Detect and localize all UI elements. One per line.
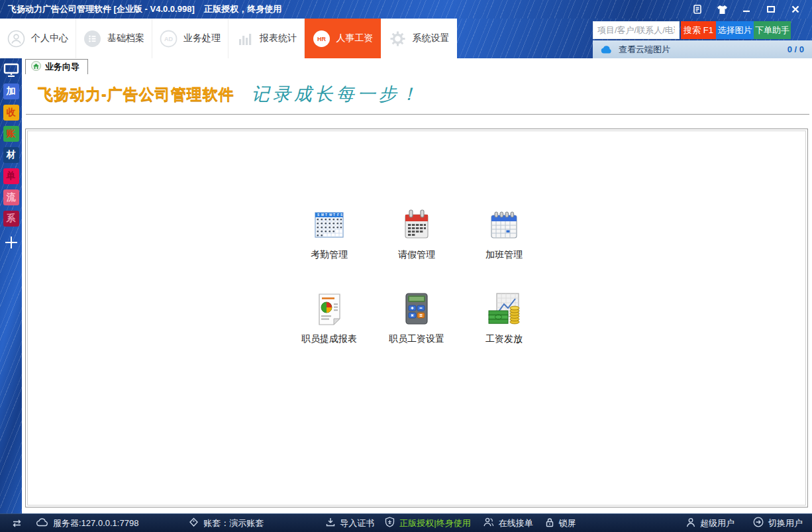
salary-payout-icon <box>487 292 521 326</box>
wizard-item-attendance[interactable]: SMTWTFS 考勤管理 <box>293 207 366 261</box>
work-area: 业务向导 飞扬动力-广告公司管理软件 记录成长每一步！ SMTWTFS <box>22 58 812 513</box>
tag-icon <box>189 517 199 529</box>
svg-text:T: T <box>333 213 335 217</box>
banner-title: 飞扬动力-广告公司管理软件 <box>38 84 234 105</box>
users-icon <box>483 517 494 529</box>
window-controls <box>690 3 812 15</box>
tab-business-processing[interactable]: AD 业务处理 <box>152 19 228 58</box>
wizard-item-label: 职员工资设置 <box>389 333 444 345</box>
order-helper-button[interactable]: 下单助手 <box>754 21 791 39</box>
svg-text:AD: AD <box>164 36 173 42</box>
wizard-item-label: 职员提成报表 <box>301 333 357 345</box>
wizard-item-overtime[interactable]: 加班管理 <box>468 207 540 261</box>
wizard-panel: SMTWTFS 考勤管理 <box>25 129 808 507</box>
tab-personal-center[interactable]: 个人中心 <box>0 19 76 58</box>
download-icon <box>326 517 335 529</box>
sidebar-item-account[interactable]: 账 <box>3 126 19 142</box>
leave-calendar-icon <box>399 207 434 242</box>
nav-tab-label: 系统设置 <box>413 32 450 44</box>
sidebar-item-add[interactable]: 加 <box>3 83 19 99</box>
cloud-icon <box>601 46 613 54</box>
bar-chart-icon <box>236 30 254 48</box>
svg-text:W: W <box>329 213 332 217</box>
nav-tab-label: 个人中心 <box>31 32 68 44</box>
statusbar: 服务器:127.0.0.1:7798 账套：演示账套 导入证书 正版授权|终身使… <box>0 513 812 532</box>
search-input[interactable] <box>593 21 680 39</box>
tab-business-wizard[interactable]: 业务向导 <box>25 59 88 74</box>
wizard-item-salary-payout[interactable]: 工资发放 <box>468 292 540 345</box>
user-icon <box>686 517 695 529</box>
license-shield-icon <box>385 517 395 529</box>
license-text: 正版授权|终身使用 <box>399 517 470 529</box>
log-icon[interactable] <box>690 3 705 15</box>
sidebar-item-material[interactable]: 材 <box>3 147 19 163</box>
wizard-grid: SMTWTFS 考勤管理 <box>26 207 807 345</box>
nav-tab-label: 人事工资 <box>336 32 374 44</box>
minimize-icon[interactable] <box>739 3 754 15</box>
commission-report-icon <box>312 292 346 326</box>
search-button[interactable]: 搜索 F1 <box>681 21 716 39</box>
sync-icon[interactable] <box>12 519 22 527</box>
svg-text:S: S <box>317 213 319 217</box>
switch-user-button[interactable]: 切换用户 <box>753 517 803 529</box>
current-user-label: 超级用户 <box>700 517 735 529</box>
view-cloud-images-bar[interactable]: 查看云端图片 0 / 0 <box>593 40 812 58</box>
nav-tab-label: 基础档案 <box>107 32 144 44</box>
doc-tab-label: 业务向导 <box>45 61 79 73</box>
monitor-icon[interactable] <box>3 63 19 78</box>
attendance-calendar-icon: SMTWTFS <box>312 207 346 242</box>
wizard-item-leave[interactable]: 请假管理 <box>380 207 453 261</box>
svg-text:M: M <box>321 213 324 217</box>
tab-hr-payroll[interactable]: HR 人事工资 <box>305 19 381 58</box>
import-cert-button[interactable]: 导入证书 <box>326 517 374 529</box>
close-icon[interactable] <box>788 3 803 15</box>
nav-tab-label: 报表统计 <box>260 32 297 44</box>
wizard-item-salary-settings[interactable]: 职员工资设置 <box>380 292 453 345</box>
maximize-icon[interactable] <box>764 3 778 15</box>
overtime-calendar-icon <box>487 207 521 242</box>
user-circle-icon <box>7 30 25 48</box>
sidebar-item-system[interactable]: 系 <box>3 211 19 227</box>
gear-icon <box>389 30 407 48</box>
home-icon <box>31 61 41 73</box>
document-tabstrip: 业务向导 <box>22 58 812 74</box>
sidebar-item-receive[interactable]: 收 <box>3 105 19 121</box>
hr-circle-icon: HR <box>313 30 330 48</box>
main-navbar: 个人中心 基础档案 AD 业务处理 报表统计 HR 人事工资 <box>0 19 812 58</box>
sidebar-item-order[interactable]: 单 <box>3 168 19 184</box>
lock-screen-label: 锁屏 <box>559 517 576 529</box>
import-cert-label: 导入证书 <box>340 517 374 529</box>
tab-report-statistics[interactable]: 报表统计 <box>228 19 305 58</box>
sidebar-item-flow[interactable]: 流 <box>3 189 19 205</box>
brand-banner: 飞扬动力-广告公司管理软件 记录成长每一步！ <box>26 74 809 115</box>
nav-search-area: 搜索 F1 选择图片 下单助手 查看云端图片 0 / 0 <box>457 19 812 58</box>
svg-text:F: F <box>337 213 339 217</box>
license-status: 正版授权|终身使用 <box>385 517 470 529</box>
server-status: 服务器:127.0.0.1:7798 <box>36 517 138 529</box>
nav-tab-label: 业务处理 <box>183 32 221 44</box>
wizard-item-commission-report[interactable]: 职员提成报表 <box>293 292 366 345</box>
list-circle-icon <box>83 30 101 48</box>
theme-shirt-icon[interactable] <box>715 3 729 15</box>
current-user-button[interactable]: 超级用户 <box>686 517 735 529</box>
wizard-item-label: 加班管理 <box>485 249 523 261</box>
pick-image-button[interactable]: 选择图片 <box>716 21 754 39</box>
quick-sidebar: 加 收 账 材 单 流 系 <box>0 58 22 513</box>
ad-circle-icon: AD <box>160 30 178 48</box>
svg-text:T: T <box>325 213 327 217</box>
switch-arrow-icon <box>753 517 764 529</box>
banner-slogan: 记录成长每一步！ <box>252 82 421 106</box>
account-set: 账套：演示账套 <box>189 517 264 529</box>
svg-text:S: S <box>340 213 342 217</box>
server-cloud-icon <box>36 518 48 529</box>
cloud-bar-label: 查看云端图片 <box>619 44 670 56</box>
online-orders-button[interactable]: 在线接单 <box>483 517 533 529</box>
wizard-item-label: 工资发放 <box>485 333 523 345</box>
tab-basic-archives[interactable]: 基础档案 <box>76 19 152 58</box>
online-orders-label: 在线接单 <box>499 517 533 529</box>
cloud-image-counter: 0 / 0 <box>787 44 804 54</box>
lock-screen-button[interactable]: 锁屏 <box>545 517 576 529</box>
titlebar: 飞扬动力广告公司管理软件 [企业版 - V4.0.0.998] 正版授权，终身使… <box>0 0 812 19</box>
add-shortcut-icon[interactable] <box>3 235 19 250</box>
tab-system-settings[interactable]: 系统设置 <box>381 19 457 58</box>
